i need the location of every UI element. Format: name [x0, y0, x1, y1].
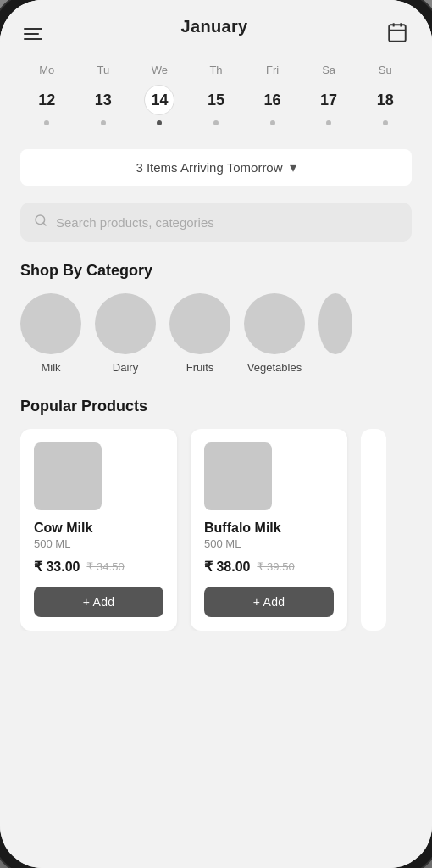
day-label-sa: Sa	[302, 64, 356, 81]
day-cell-12[interactable]: 12	[20, 85, 74, 125]
chevron-down-icon: ▾	[290, 159, 296, 175]
add-button-buffalo-milk[interactable]: + Add	[204, 587, 334, 617]
day-num-14: 14	[144, 85, 174, 115]
screen: January Mo Tu We Th Fri Sa Su	[0, 0, 432, 868]
product-image-buffalo-milk	[204, 442, 272, 510]
product-card-partial	[361, 429, 386, 631]
product-size-cow-milk: 500 ML	[34, 537, 163, 550]
day-num-18: 18	[370, 85, 401, 115]
day-dot-13	[101, 120, 106, 125]
product-name-buffalo-milk: Buffalo Milk	[204, 520, 334, 536]
price-original-buffalo-milk: ₹ 39.50	[257, 560, 294, 573]
day-label-we: We	[133, 64, 186, 81]
product-image-cow-milk	[34, 442, 102, 510]
category-item-bread[interactable]	[318, 293, 352, 374]
day-cell-13[interactable]: 13	[77, 85, 130, 125]
day-cell-15[interactable]: 15	[190, 85, 243, 125]
day-dot-15	[213, 120, 219, 125]
product-pricing-buffalo-milk: ₹ 38.00 ₹ 39.50	[204, 559, 334, 575]
category-circle-dairy	[95, 293, 156, 354]
category-item-milk[interactable]: Milk	[20, 293, 81, 374]
day-dot-12	[44, 120, 49, 125]
product-pricing-cow-milk: ₹ 33.00 ₹ 34.50	[34, 559, 163, 575]
day-dot-17	[326, 120, 331, 125]
day-label-tu: Tu	[77, 64, 130, 81]
svg-line-5	[43, 223, 46, 225]
product-card-cow-milk: Cow Milk 500 ML ₹ 33.00 ₹ 34.50 + Add	[20, 429, 177, 631]
day-dot-14	[157, 120, 162, 125]
product-size-buffalo-milk: 500 ML	[204, 537, 334, 550]
category-circle-vegetables	[244, 293, 305, 354]
week-day-numbers: 12 13 14 15 16	[20, 85, 412, 125]
day-num-12: 12	[31, 85, 62, 115]
top-bar: January	[20, 17, 412, 50]
day-cell-14[interactable]: 14	[133, 85, 186, 125]
category-label-dairy: Dairy	[113, 361, 138, 374]
category-circle-fruits	[169, 293, 230, 354]
day-cell-17[interactable]: 17	[302, 85, 356, 125]
arriving-tomorrow-text: 3 Items Arriving Tomorrow	[136, 160, 282, 175]
week-day-labels: Mo Tu We Th Fri Sa Su	[20, 64, 412, 81]
hamburger-menu-icon[interactable]	[20, 25, 46, 43]
phone-frame: January Mo Tu We Th Fri Sa Su	[0, 0, 432, 868]
main-content: Search products, categories Shop By Cate…	[0, 186, 432, 648]
category-item-vegetables[interactable]: Vegetables	[244, 293, 305, 374]
categories-scroll: Milk Dairy Fruits Vegetables	[20, 293, 412, 374]
day-num-13: 13	[88, 85, 119, 115]
day-label-su: Su	[358, 64, 412, 81]
category-circle-milk	[20, 293, 81, 354]
header-section: January Mo Tu We Th Fri Sa Su	[0, 0, 432, 139]
svg-rect-0	[389, 25, 406, 42]
product-name-cow-milk: Cow Milk	[34, 520, 163, 536]
day-num-15: 15	[201, 85, 231, 115]
add-button-cow-milk[interactable]: + Add	[34, 587, 163, 617]
day-dot-18	[383, 120, 388, 125]
category-circle-bread	[318, 293, 352, 354]
search-placeholder: Search products, categories	[56, 215, 398, 230]
price-current-cow-milk: ₹ 33.00	[34, 559, 80, 575]
product-card-buffalo-milk: Buffalo Milk 500 ML ₹ 38.00 ₹ 39.50 + Ad…	[191, 429, 347, 631]
calendar-icon-button[interactable]	[383, 18, 412, 49]
products-grid: Cow Milk 500 ML ₹ 33.00 ₹ 34.50 + Add Bu…	[20, 429, 412, 631]
search-icon	[34, 214, 47, 231]
day-num-17: 17	[313, 85, 344, 115]
products-section-title: Popular Products	[20, 398, 412, 415]
day-label-mo: Mo	[20, 64, 74, 81]
category-item-fruits[interactable]: Fruits	[169, 293, 230, 374]
price-current-buffalo-milk: ₹ 38.00	[204, 559, 250, 575]
category-label-fruits: Fruits	[186, 361, 214, 374]
day-cell-18[interactable]: 18	[358, 85, 412, 125]
search-bar[interactable]: Search products, categories	[20, 203, 412, 242]
category-item-dairy[interactable]: Dairy	[95, 293, 156, 374]
day-label-th: Th	[190, 64, 243, 81]
month-title: January	[181, 17, 248, 36]
day-cell-16[interactable]: 16	[246, 85, 299, 125]
category-label-vegetables: Vegetables	[247, 361, 302, 374]
price-original-cow-milk: ₹ 34.50	[86, 560, 124, 573]
day-dot-16	[270, 120, 275, 125]
day-num-16: 16	[258, 85, 288, 115]
categories-section-title: Shop By Category	[20, 262, 412, 280]
arriving-tomorrow-banner[interactable]: 3 Items Arriving Tomorrow ▾	[20, 149, 412, 186]
category-label-milk: Milk	[41, 361, 60, 374]
day-label-fri: Fri	[246, 64, 299, 81]
